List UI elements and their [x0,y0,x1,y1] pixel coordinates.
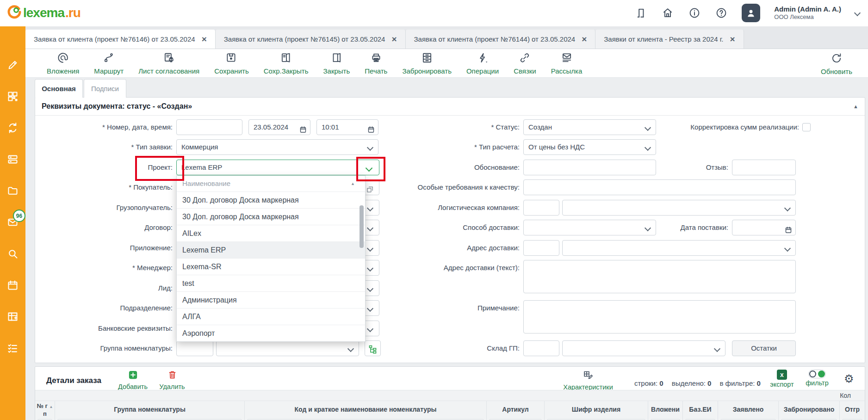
column-header-product-code[interactable]: Шифр изделия [544,401,648,418]
column-header-article[interactable]: Артикул [486,401,544,418]
home-icon[interactable] [661,6,674,19]
nom-group-select[interactable] [216,340,359,356]
save-close-icon [280,52,292,66]
panel-title: Реквизиты документа: статус - «Создан» [42,98,192,115]
close-icon[interactable]: × [582,35,587,43]
status-select[interactable]: Создан [523,119,656,135]
route-button[interactable]: Маршрут [87,52,131,75]
column-header-shipped[interactable]: Отгр [839,401,865,418]
tab-signatures[interactable]: Подписи [84,79,126,98]
user-info[interactable]: Admin (Admin A. A.) ООО Лексема [774,5,841,21]
filter-toggle[interactable]: фильтр [802,370,832,387]
quality-input[interactable] [523,179,796,195]
request-type-label: * Тип заявки: [35,139,173,155]
dropdown-option[interactable]: test [177,275,365,291]
sidebar-item-lists[interactable] [6,153,19,166]
close-icon[interactable]: × [391,35,397,43]
logistics-select[interactable] [562,200,796,216]
doc-tab-2[interactable]: Заявка от клиента (проект №76145) от 23.… [216,30,406,49]
excel-export-button[interactable]: x экспорт [769,370,795,388]
delivery-address-textarea[interactable] [523,260,796,293]
delivery-method-select[interactable] [523,220,656,235]
sidebar-item-folders[interactable] [6,185,19,197]
dropdown-option-selected[interactable]: Lexema ERP [177,241,365,258]
warehouse-select[interactable] [562,340,725,356]
column-header-reserved[interactable]: Забронировано [778,401,839,418]
sidebar-item-search[interactable] [6,247,19,260]
correction-checkbox[interactable] [802,123,811,131]
delivery-address-code-input[interactable] [523,240,559,256]
delivery-date-input[interactable] [732,220,796,235]
doc-tab-3[interactable]: Заявка от клиента (проект №76144) от 23.… [406,30,596,49]
operations-button[interactable]: Операции [459,52,506,75]
review-input[interactable] [732,160,796,175]
sidebar-item-modules[interactable] [6,90,19,103]
help-icon[interactable] [715,6,728,19]
doc-tab-4[interactable]: Заявки от клиента - Реестр за 2024 г.× [595,30,744,49]
avatar[interactable] [742,4,760,22]
number-input[interactable] [176,119,242,135]
request-type-select[interactable]: Коммерция [176,139,378,155]
doc-tab-1[interactable]: Заявка от клиента (проект №76146) от 23.… [25,30,216,49]
tab-main[interactable]: Основная [35,79,83,98]
sidebar-item-tasks[interactable] [6,342,19,354]
sort-asc-icon[interactable]: ▲ [351,176,355,191]
refresh-button[interactable]: Обновить [813,52,860,75]
add-row-button[interactable]: Добавить [118,370,148,390]
sidebar-item-edit[interactable] [6,59,19,71]
logo[interactable]: lexema.ru [6,4,81,22]
nom-group-code-input[interactable] [176,340,213,356]
column-header-attachment[interactable]: Вложени [648,401,682,418]
close-icon[interactable]: × [730,35,735,43]
collapse-icon[interactable]: ▲ [853,104,858,109]
dropdown-option[interactable]: 30 Доп. договор Доска маркерная [177,208,365,225]
logo-mark-icon [6,4,22,22]
app-header: lexema.ru Admin (Admin A. A.) ООО Лексем… [0,0,868,26]
close-button[interactable]: Закрыть [316,52,358,75]
save-button[interactable]: Сохранить [207,52,256,75]
calendar-icon[interactable] [785,224,792,235]
justification-input[interactable] [523,160,656,175]
approval-sheet-button[interactable]: Лист согласования [131,52,207,75]
info-icon[interactable] [688,6,701,19]
dropdown-option[interactable]: 30 Доп. договор Доска маркерная [177,191,365,208]
project-select[interactable]: Lexema ERP [176,160,379,175]
reserve-button[interactable]: Забронировать [395,52,459,75]
chevron-down-icon[interactable] [854,10,861,16]
mailing-button[interactable]: Рассылка [544,52,590,75]
column-header-base-unit[interactable]: Баз.ЕИ [682,401,718,418]
dropdown-option[interactable]: АЛГА [177,308,365,325]
dropdown-option[interactable]: Администрация [177,291,365,308]
print-button[interactable]: Печать [357,52,395,75]
characteristics-button[interactable]: Характеристики [561,370,615,391]
date-input[interactable]: 23.05.2024 [248,119,310,135]
column-header-nom-group[interactable]: Группа номенклатуры [55,401,244,418]
correction-label: Корректировка сумм реализации: [637,119,799,135]
attachments-button[interactable]: Вложения [39,52,87,75]
calendar-icon[interactable] [299,124,307,135]
logistics-code-input[interactable] [523,200,559,216]
dropdown-option[interactable]: Аэропорт [177,325,365,341]
dropdown-column-header[interactable]: Наименование▲ [177,176,365,191]
sidebar-item-sync[interactable] [6,122,19,134]
remains-button[interactable]: Остатки [732,340,796,356]
sidebar-item-table-add[interactable] [6,310,19,323]
toggle-icon[interactable] [808,370,826,378]
gear-icon[interactable]: ⚙ [844,372,854,385]
sidebar-item-calendar[interactable] [6,279,19,291]
warehouse-code-input[interactable] [523,340,559,356]
links-button[interactable]: Связки [506,52,544,75]
exit-icon[interactable] [634,6,647,19]
delivery-address-select[interactable] [562,240,796,256]
delete-row-button[interactable]: Удалить [158,370,186,390]
dropdown-scrollbar[interactable] [360,205,364,248]
dropdown-option[interactable]: Lexema-SR [177,258,365,275]
dropdown-option[interactable]: AILex [177,225,365,241]
column-header-num[interactable]: № г ▲п [35,401,55,418]
calc-type-select[interactable]: От цены без НДС [523,139,656,155]
note-textarea[interactable] [523,300,796,334]
save-close-button[interactable]: Сохр.Закрыть [256,52,316,75]
close-icon[interactable]: × [202,35,207,43]
column-header-requested[interactable]: Заявлено [718,401,778,418]
column-header-code-name[interactable]: Код и краткое наименование номенклатуры [244,401,486,418]
